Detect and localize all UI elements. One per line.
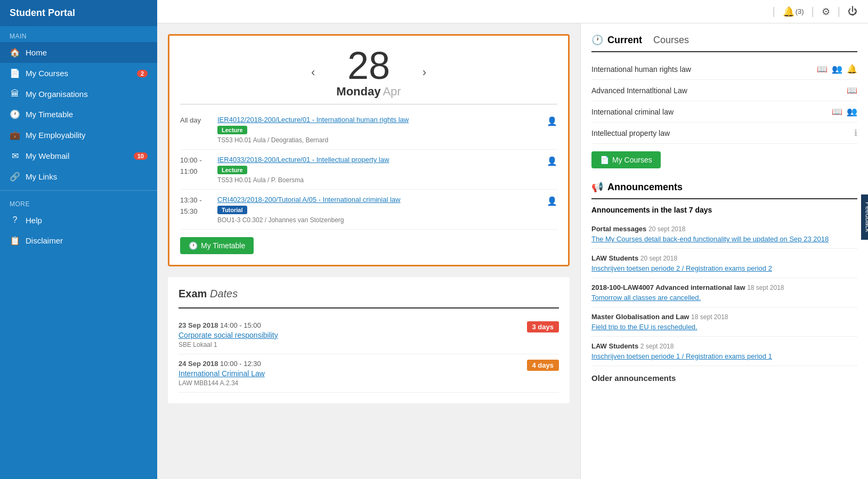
courses-button-label: My Courses <box>612 156 652 164</box>
sidebar-item-my-employability[interactable]: 💼 My Employability <box>0 125 157 145</box>
course-icons: 📖 <box>847 85 857 95</box>
announcement-link[interactable]: The My Courses detail back-end functiona… <box>591 235 829 243</box>
webmail-badge: 10 <box>134 152 148 160</box>
sidebar-item-label: My Organisations <box>26 90 88 99</box>
prev-day-button[interactable]: ‹ <box>306 63 320 82</box>
event-tag-lecture: Lecture <box>217 126 247 134</box>
next-day-button[interactable]: › <box>417 63 432 82</box>
event-link[interactable]: CRI4023/2018-200/Tutorial A/05 - Interna… <box>217 196 400 204</box>
topbar-divider3: | <box>838 5 840 18</box>
event-meta: TS53 H0.01 Aula / P. Boersma <box>217 176 542 184</box>
exam-info: 23 Sep 2018 14:00 - 15:00 Corporate soci… <box>179 321 527 348</box>
timetable-icon: 🕐 <box>10 109 20 119</box>
event-time: 10:00 -11:00 <box>180 155 217 177</box>
timetable-event: 10:00 -11:00 IER4033/2018-200/Lecture/01… <box>180 150 557 190</box>
sidebar-item-help[interactable]: ? Help <box>0 210 157 230</box>
help-icon: ? <box>10 215 20 225</box>
sidebar-item-my-organisations[interactable]: 🏛 My Organisations <box>0 84 157 104</box>
event-details: IER4033/2018-200/Lecture/01 - Intellectu… <box>217 155 542 184</box>
course-row: Intellectual property law ℹ <box>591 123 857 144</box>
announcement-source: Portal messages 20 sept 2018 <box>591 225 857 233</box>
exam-days-badge: 3 days <box>527 321 559 332</box>
exam-location: LAW MBB144 A.2.34 <box>179 379 527 387</box>
event-tag-tutorial: Tutorial <box>217 206 247 214</box>
announcement-source: Master Globalisation and Law 18 sept 201… <box>591 313 857 321</box>
exam-course-link[interactable]: Corporate social responsibility <box>179 331 278 339</box>
notifications-wrap[interactable]: 🔔 (3) <box>783 6 804 18</box>
event-details: IER4012/2018-200/Lecture/01 - Internatio… <box>217 115 542 144</box>
notifications-count: (3) <box>796 7 804 15</box>
announcement-link[interactable]: Tomorrow all classes are cancelled. <box>591 294 701 302</box>
my-courses-button[interactable]: 📄 My Courses <box>591 151 661 168</box>
day-number: 28 <box>336 46 401 85</box>
sidebar-item-my-courses[interactable]: 📄 My Courses 2 <box>0 63 157 84</box>
sidebar: Student Portal Main 🏠 Home 📄 My Courses … <box>0 0 157 479</box>
announcements-subtitle: Announcements in the last 7 days <box>591 206 857 214</box>
home-icon: 🏠 <box>10 47 20 58</box>
course-icons: 📖 👥 <box>832 107 857 117</box>
courses-button-icon: 📄 <box>600 156 609 164</box>
course-name: International criminal law <box>591 108 832 116</box>
users-icon[interactable]: 👥 <box>847 107 857 117</box>
sidebar-item-my-webmail[interactable]: ✉ My Webmail 10 <box>0 145 157 166</box>
feedback-tab[interactable]: Feedback <box>861 194 869 239</box>
exam-course-link[interactable]: International Criminal Law <box>179 369 265 378</box>
exam-date-time: 23 Sep 2018 14:00 - 15:00 <box>179 321 527 329</box>
clock-icon: 🕐 <box>591 34 603 46</box>
course-row: International criminal law 📖 👥 <box>591 101 857 123</box>
exam-section: Exam Dates 23 Sep 2018 14:00 - 15:00 Cor… <box>168 277 570 403</box>
timetable-event: All day IER4012/2018-200/Lecture/01 - In… <box>180 110 557 150</box>
timetable-button-icon: 🕐 <box>189 241 198 250</box>
info-icon[interactable]: ℹ <box>854 128 857 138</box>
users-icon[interactable]: 👥 <box>832 64 842 74</box>
timetable-button-label: My Timetable <box>201 241 245 250</box>
app-title: Student Portal <box>0 0 157 26</box>
event-meta: TS53 H0.01 Aula / Deogratias, Bernard <box>217 136 542 144</box>
announcement-link[interactable]: Field trip to the EU is rescheduled. <box>591 323 697 331</box>
event-link[interactable]: IER4012/2018-200/Lecture/01 - Internatio… <box>217 116 409 124</box>
my-timetable-button[interactable]: 🕐 My Timetable <box>180 237 254 254</box>
sidebar-item-label: Disclaimer <box>26 236 63 245</box>
center-panel: ‹ 28 Monday Apr › All day IER4012/2018-2… <box>157 23 580 479</box>
event-tag-lecture: Lecture <box>217 166 247 174</box>
announcement-link[interactable]: Inschrijven toetsen periode 1 / Registra… <box>591 352 772 360</box>
event-meta: BOU1-3 C0.302 / Johannes van Stolzenberg <box>217 216 542 224</box>
sidebar-item-label: My Employability <box>26 131 86 140</box>
book-icon[interactable]: 📖 <box>847 85 857 95</box>
exam-info: 24 Sep 2018 10:00 - 12:30 International … <box>179 360 527 387</box>
sidebar-item-my-links[interactable]: 🔗 My Links <box>0 166 157 187</box>
event-link[interactable]: IER4033/2018-200/Lecture/01 - Intellectu… <box>217 156 389 164</box>
sidebar-item-label: My Webmail <box>26 151 69 160</box>
sidebar-more-label: More <box>0 194 157 210</box>
exam-date-time: 24 Sep 2018 10:00 - 12:30 <box>179 360 527 368</box>
timetable-header: ‹ 28 Monday Apr › <box>180 46 557 99</box>
sidebar-item-home[interactable]: 🏠 Home <box>0 42 157 63</box>
right-panel: 🕐 Current Courses International human ri… <box>580 23 868 479</box>
power-icon[interactable]: ⏻ <box>848 6 857 17</box>
bell-icon[interactable]: 🔔 <box>783 6 794 18</box>
links-icon: 🔗 <box>10 172 20 182</box>
announcement-item: Portal messages 20 sept 2018 The My Cour… <box>591 220 857 249</box>
sidebar-item-disclaimer[interactable]: 📋 Disclaimer <box>0 230 157 251</box>
book-icon[interactable]: 📖 <box>832 107 842 117</box>
disclaimer-icon: 📋 <box>10 236 20 246</box>
courses-icon: 📄 <box>10 68 20 78</box>
announcement-source: LAW Students 2 sept 2018 <box>591 342 857 350</box>
day-name: Monday <box>336 85 380 98</box>
course-name: International human rights law <box>591 65 817 74</box>
settings-icon[interactable]: ⚙ <box>822 6 830 18</box>
announcement-item: LAW Students 20 sept 2018 Inschrijven to… <box>591 249 857 278</box>
day-month: Apr <box>383 85 401 98</box>
book-icon[interactable]: 📖 <box>817 64 828 74</box>
sidebar-item-label: Help <box>26 216 42 225</box>
exam-section-title: Exam Dates <box>179 288 559 300</box>
person-icon: 👤 <box>547 196 557 206</box>
course-icons: 📖 👥 🔔 <box>817 64 857 74</box>
announcement-link[interactable]: Inschrijven toetsen periode 2 / Registra… <box>591 264 772 272</box>
timetable-event: 13:30 -15:30 CRI4023/2018-200/Tutorial A… <box>180 190 557 230</box>
sidebar-item-my-timetable[interactable]: 🕐 My Timetable <box>0 104 157 125</box>
event-details: CRI4023/2018-200/Tutorial A/05 - Interna… <box>217 195 542 224</box>
topbar-divider2: | <box>812 5 814 18</box>
bell-icon[interactable]: 🔔 <box>847 64 857 74</box>
megaphone-icon: 📢 <box>591 181 603 193</box>
